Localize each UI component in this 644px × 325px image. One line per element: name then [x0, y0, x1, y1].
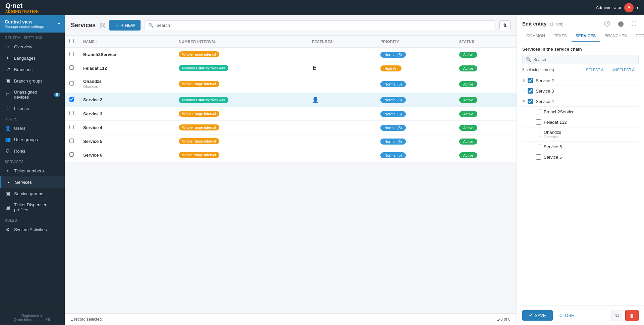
unselect-all-link[interactable]: UNSELECT ALL [611, 68, 639, 72]
sidebar-item-ticket-dispenser[interactable]: ▣ Ticket Dispenser profiles [0, 199, 65, 215]
user-menu[interactable]: Administrator A ▾ [596, 3, 639, 12]
tab-services[interactable]: SERVICES [572, 31, 600, 42]
chain-checkbox-service2[interactable] [528, 78, 533, 83]
service-groups-icon: ▣ [5, 191, 11, 196]
chain-checkbox-service3[interactable] [528, 88, 533, 94]
tab-common[interactable]: COMMON [522, 31, 549, 42]
sidebar-item-branch-groups[interactable]: ▣ Branch groups [0, 75, 65, 87]
row-name: Service 2 [78, 93, 174, 107]
chain-label-service3: Service 3 [536, 89, 554, 94]
content-area: Services (8) ＋ + NEW 🔍 ⇅ [65, 15, 644, 325]
chevron-down-icon: ▾ [636, 5, 639, 10]
tab-texts[interactable]: TEXTS [550, 31, 571, 42]
table-row[interactable]: Service 2Numbers starting with 600👤Norma… [65, 93, 517, 107]
row-interval: Whole range interval [174, 121, 307, 134]
selected-info: 3 selected item(s) SELECT ALL UNSELECT A… [522, 67, 639, 72]
save-button[interactable]: ✔ SAVE [522, 310, 553, 321]
sidebar-item-languages[interactable]: ✦ Languages [0, 52, 65, 64]
table-row[interactable]: Feladat 112Numbers starting with 400🖥Hig… [65, 61, 517, 75]
central-view-button[interactable]: Central view Manage central settings ▾ [0, 15, 65, 33]
branch-groups-icon: ▣ [5, 78, 11, 84]
search-input[interactable] [156, 23, 492, 28]
row-name: Branch2Service [78, 48, 174, 61]
sidebar-item-overview[interactable]: ⌂ Overview [0, 41, 65, 52]
expand-button[interactable]: ⛶ [629, 20, 639, 28]
sidebar-item-service-groups[interactable]: ▣ Service groups [0, 188, 65, 199]
chain-search-box[interactable]: 🔍 [522, 55, 639, 64]
users-icon: 👤 [5, 125, 11, 131]
table-row[interactable]: Service 4Whole range intervalNormal (5)A… [65, 121, 517, 134]
share-button[interactable]: ⬤ [616, 20, 626, 28]
filter-button[interactable]: ⇅ [499, 20, 511, 30]
row-checkbox[interactable] [69, 125, 74, 129]
central-view-sub: Manage central settings [5, 24, 44, 29]
sidebar-item-system-activities[interactable]: ⚙ System Activities [0, 224, 65, 235]
sub-item-branch2service: Branch2Service [522, 107, 639, 117]
sub-checkbox-ohandzs[interactable] [536, 132, 541, 137]
sidebar-item-services[interactable]: ▪ Services [0, 176, 65, 188]
sub-label-feladat112: Feladat 112 [544, 120, 567, 125]
trash-icon: 🗑 [630, 313, 634, 318]
row-feature: 👤 [307, 93, 376, 107]
sidebar-item-branches[interactable]: ⎇ Branches [0, 64, 65, 75]
sidebar-item-users[interactable]: 👤 Users [0, 122, 65, 134]
copy-button[interactable]: ⧉ [611, 310, 623, 321]
sub-checkbox-service6[interactable] [536, 154, 541, 160]
drag-handle-icon[interactable]: ≡ [522, 78, 525, 83]
tab-codes[interactable]: CODES [632, 31, 644, 42]
row-status: Active [454, 93, 517, 107]
row-interval: Numbers starting with 600 [174, 93, 307, 107]
chain-checkbox-service4[interactable] [528, 99, 533, 104]
drag-handle-icon[interactable]: ≡ [522, 88, 525, 94]
row-checkbox[interactable] [69, 52, 74, 56]
close-button[interactable]: CLOSE [555, 310, 578, 321]
table-row[interactable]: Branch2ServiceWhole range intervalNormal… [65, 48, 517, 61]
row-feature [307, 107, 376, 121]
services-icon: ▪ [6, 179, 12, 185]
sub-checkbox-feladat112[interactable] [536, 119, 541, 125]
table-row[interactable]: Service 5Whole range intervalNormal (5)A… [65, 134, 517, 148]
sidebar-item-unassigned-devices[interactable]: □ Unassigned devices 5 [0, 87, 65, 103]
chain-list: ≡ Service 2 ≡ Service 3 [522, 75, 639, 107]
row-checkbox[interactable] [69, 139, 74, 143]
sub-checkbox-branch2service[interactable] [536, 109, 541, 114]
row-checkbox[interactable] [69, 81, 74, 86]
row-interval: Whole range interval [174, 107, 307, 121]
history-button[interactable]: 🕐 [602, 20, 612, 28]
row-feature [307, 75, 376, 93]
col-status: STATUS [454, 36, 517, 48]
sub-checkbox-service5[interactable] [536, 144, 541, 149]
sidebar-item-license[interactable]: 🛡 License [0, 103, 65, 114]
sidebar-item-ticket-numbers[interactable]: ▪ Ticket numbers [0, 165, 65, 176]
chain-search-input[interactable] [533, 57, 635, 62]
row-status: Active [454, 61, 517, 75]
tab-branches[interactable]: BRANCHES [600, 31, 631, 42]
user-name: Administrator [596, 5, 622, 10]
table-row[interactable]: OhandzsOhandzsWhole range intervalNormal… [65, 75, 517, 93]
logo-sub: ADMINISTRATION [5, 10, 39, 13]
row-checkbox[interactable] [69, 65, 74, 70]
row-status: Active [454, 48, 517, 61]
select-all-checkbox[interactable] [69, 39, 74, 43]
services-table: NAME ↑ NUMBER INTERVAL FEATURES PRIORITY… [65, 36, 517, 162]
table-row[interactable]: Service 6Whole range intervalNormal (5)A… [65, 148, 517, 162]
table-row[interactable]: Service 3Whole range intervalNormal (5)A… [65, 107, 517, 121]
delete-button[interactable]: 🗑 [625, 310, 639, 321]
sidebar-item-user-groups[interactable]: 👥 User groups [0, 134, 65, 145]
right-panel-tabs: COMMON TEXTS SERVICES BRANCHES CODES OTH… [522, 31, 639, 42]
chain-item-service4: ≡ Service 4 [522, 96, 639, 107]
row-checkbox[interactable] [69, 111, 74, 115]
home-icon: ⌂ [5, 44, 11, 49]
drag-handle-icon[interactable]: ≡ [522, 99, 525, 104]
row-checkbox[interactable] [69, 97, 74, 102]
search-box[interactable]: 🔍 [145, 20, 495, 30]
sidebar-item-roles[interactable]: 🛡 Roles [0, 145, 65, 157]
col-name[interactable]: NAME ↑ [78, 36, 174, 48]
sub-item-feladat112: Feladat 112 [522, 117, 639, 127]
section-general: GENERAL SETTINGS [0, 33, 65, 41]
row-status: Active [454, 121, 517, 134]
row-checkbox[interactable] [69, 152, 74, 157]
new-button[interactable]: ＋ + NEW [109, 20, 141, 31]
select-all-link[interactable]: SELECT ALL [586, 68, 608, 72]
chevron-icon: ▾ [58, 21, 60, 26]
